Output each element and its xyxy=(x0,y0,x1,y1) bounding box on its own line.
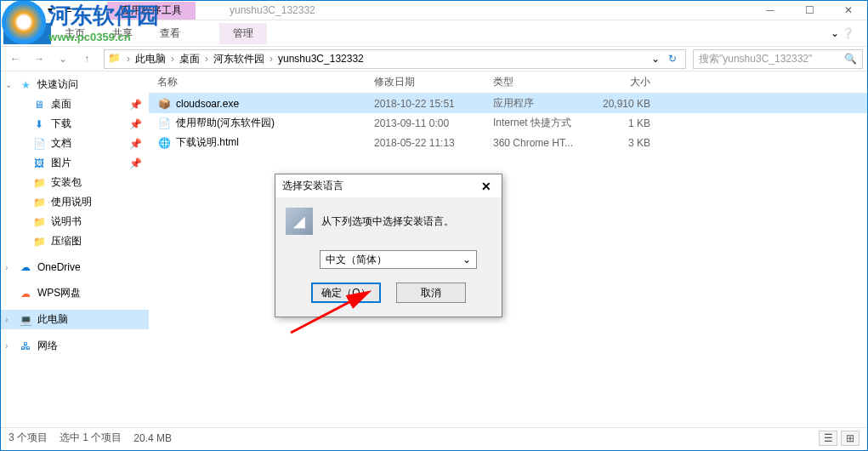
document-icon: 📄 xyxy=(32,137,46,151)
up-button[interactable]: ↑ xyxy=(77,49,97,69)
chevron-right-icon: › xyxy=(125,53,132,65)
breadcrumb-item[interactable]: 桌面 xyxy=(176,52,203,66)
ribbon-tab-file[interactable]: 文件 xyxy=(3,23,51,44)
folder-icon: 📁 xyxy=(5,3,20,18)
sidebar-wps[interactable]: ☁WPS网盘 xyxy=(0,283,149,303)
pin-icon: 📌 xyxy=(129,157,142,169)
desktop-icon: 🖥 xyxy=(32,98,46,111)
refresh-icon[interactable]: ↻ xyxy=(663,53,682,65)
view-details-button[interactable]: ☰ xyxy=(819,431,837,446)
chevron-down-icon: ⌄ xyxy=(462,254,471,265)
sidebar-desktop[interactable]: 🖥桌面📌 xyxy=(0,94,149,114)
dialog-message: 从下列选项中选择安装语言。 xyxy=(321,214,454,229)
file-row[interactable]: 📄使用帮助(河东软件园) 2013-09-11 0:00 Internet 快捷… xyxy=(149,113,868,133)
folder-icon: 📁 xyxy=(108,52,122,66)
window-title: yunshu3C_132332 xyxy=(230,4,751,16)
sidebar-folder[interactable]: 📁使用说明 xyxy=(0,192,149,212)
qat-dropdown-icon[interactable]: ▾ xyxy=(43,3,58,18)
view-icons-button[interactable]: ⊞ xyxy=(841,431,859,446)
cloud-icon: ☁ xyxy=(19,260,32,274)
breadcrumb-item[interactable]: 河东软件园 xyxy=(210,52,268,66)
file-row[interactable]: 📦cloudsoar.exe 2018-10-22 15:51 应用程序 20,… xyxy=(149,94,868,113)
title-bar: 📁 ☑ ▾ = 应用程序工具 yunshu3C_132332 ─ ☐ ✕ xyxy=(0,0,868,20)
folder-icon: 📁 xyxy=(32,176,46,190)
column-size[interactable]: 大小 xyxy=(591,75,659,89)
forward-button[interactable]: → xyxy=(29,49,49,69)
dialog-close-button[interactable]: ✕ xyxy=(478,180,495,193)
ok-button[interactable]: 确定（O） xyxy=(311,283,381,303)
search-placeholder: 搜索"yunshu3C_132332" xyxy=(699,52,812,66)
address-toolbar: ← → ⌄ ↑ 📁 › 此电脑 › 桌面 › 河东软件园 › yunshu3C_… xyxy=(0,46,868,71)
status-count: 3 个项目 xyxy=(9,431,48,445)
chevron-right-icon: › xyxy=(169,53,176,65)
back-button[interactable]: ← xyxy=(5,49,26,69)
star-icon: ★ xyxy=(19,78,32,92)
file-list: 📦cloudsoar.exe 2018-10-22 15:51 应用程序 20,… xyxy=(149,94,868,427)
folder-icon: 📁 xyxy=(32,235,46,248)
sidebar-network[interactable]: ›🖧网络 xyxy=(0,336,149,356)
chevron-right-icon: › xyxy=(203,53,210,65)
folder-icon: 📁 xyxy=(32,196,46,209)
status-selected: 选中 1 个项目 xyxy=(60,431,122,445)
content-pane: 名称 修改日期 类型 大小 📦cloudsoar.exe 2018-10-22 … xyxy=(149,71,868,427)
sidebar-downloads[interactable]: ⬇下载📌 xyxy=(0,114,149,134)
sidebar-documents[interactable]: 📄文档📌 xyxy=(0,134,149,153)
sidebar: ⌄★快速访问 🖥桌面📌 ⬇下载📌 📄文档📌 🖼图片📌 📁安装包 📁使用说明 📁说… xyxy=(0,71,149,427)
context-tab-apptools[interactable]: 应用程序工具 xyxy=(107,2,196,20)
column-type[interactable]: 类型 xyxy=(493,75,591,89)
ribbon-tab-view[interactable]: 查看 xyxy=(146,23,194,44)
close-button[interactable]: ✕ xyxy=(829,0,868,20)
qat-sep: = xyxy=(61,3,77,18)
column-date[interactable]: 修改日期 xyxy=(374,75,493,89)
dialog-title: 选择安装语言 xyxy=(282,179,343,193)
wps-icon: ☁ xyxy=(19,287,32,300)
ribbon-expand-icon[interactable]: ⌄ ❔ xyxy=(824,24,861,43)
sidebar-onedrive[interactable]: ›☁OneDrive xyxy=(0,258,149,277)
ribbon-tab-share[interactable]: 共享 xyxy=(99,23,146,44)
ribbon: 文件 主页 共享 查看 管理 ⌄ ❔ xyxy=(0,20,868,46)
shortcut-icon: 📄 xyxy=(157,117,171,130)
network-icon: 🖧 xyxy=(19,340,32,353)
qat-properties-icon[interactable]: ☑ xyxy=(24,3,39,18)
installer-icon: ◢ xyxy=(286,208,313,235)
language-select[interactable]: 中文（简体） ⌄ xyxy=(320,250,477,269)
breadcrumb[interactable]: 📁 › 此电脑 › 桌面 › 河东软件园 › yunshu3C_132332 ⌄… xyxy=(104,49,686,69)
status-size: 20.4 MB xyxy=(133,432,172,444)
pin-icon: 📌 xyxy=(129,99,142,111)
breadcrumb-item[interactable]: 此电脑 xyxy=(132,52,169,66)
html-icon: 🌐 xyxy=(157,136,171,150)
sidebar-quick-access[interactable]: ⌄★快速访问 xyxy=(0,75,149,94)
maximize-button[interactable]: ☐ xyxy=(790,0,829,20)
sidebar-folder[interactable]: 📁安装包 xyxy=(0,173,149,192)
ribbon-tab-home[interactable]: 主页 xyxy=(51,23,99,44)
sidebar-folder[interactable]: 📁压缩图 xyxy=(0,231,149,251)
status-bar: 3 个项目 选中 1 个项目 20.4 MB ☰ ⊞ xyxy=(0,427,868,448)
sidebar-pictures[interactable]: 🖼图片📌 xyxy=(0,153,149,173)
sidebar-thispc[interactable]: ›💻此电脑 xyxy=(0,310,149,329)
recent-dropdown-icon[interactable]: ⌄ xyxy=(53,49,73,69)
file-row[interactable]: 🌐下载说明.html 2018-05-22 11:13 360 Chrome H… xyxy=(149,133,868,152)
chevron-right-icon: › xyxy=(268,53,275,65)
pin-icon: 📌 xyxy=(129,118,142,130)
folder-icon: 📁 xyxy=(32,215,46,229)
search-icon[interactable]: 🔍 xyxy=(844,53,857,65)
pin-icon: 📌 xyxy=(129,138,142,150)
column-name[interactable]: 名称 xyxy=(157,75,374,89)
pc-icon: 💻 xyxy=(19,313,32,327)
exe-icon: 📦 xyxy=(157,97,171,111)
picture-icon: 🖼 xyxy=(32,157,46,170)
sidebar-folder[interactable]: 📁说明书 xyxy=(0,212,149,231)
ribbon-tab-manage[interactable]: 管理 xyxy=(219,23,267,44)
cancel-button[interactable]: 取消 xyxy=(396,283,466,303)
search-input[interactable]: 搜索"yunshu3C_132332" 🔍 xyxy=(693,49,863,69)
language-dialog: 选择安装语言 ✕ ◢ 从下列选项中选择安装语言。 中文（简体） ⌄ 确定（O） … xyxy=(275,174,502,317)
breadcrumb-item[interactable]: yunshu3C_132332 xyxy=(275,53,367,65)
address-dropdown-icon[interactable]: ⌄ xyxy=(648,53,663,65)
column-headers: 名称 修改日期 类型 大小 xyxy=(149,71,868,94)
download-icon: ⬇ xyxy=(32,117,46,131)
minimize-button[interactable]: ─ xyxy=(751,0,790,20)
